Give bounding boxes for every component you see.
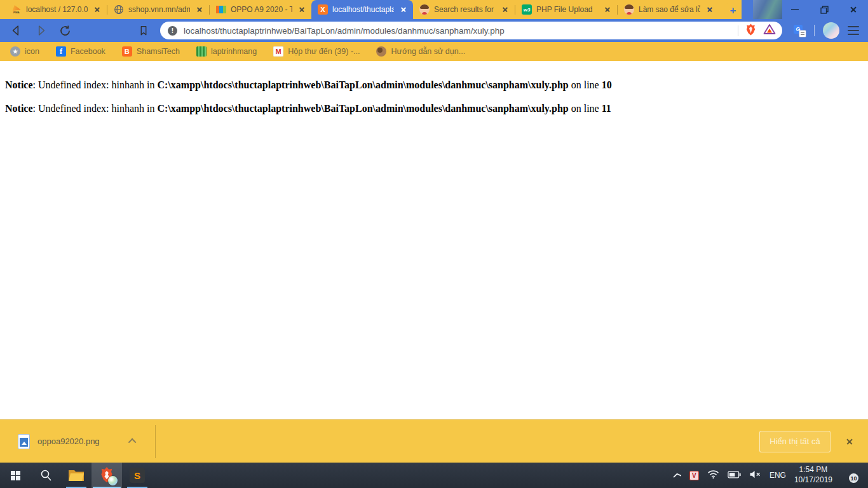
bookmark-icon-site[interactable]: ★ icon (10, 46, 39, 57)
globe-icon (114, 4, 124, 15)
image-file-icon (18, 434, 30, 449)
vmware-tray-icon[interactable]: V (689, 471, 699, 480)
tab-title: sshop.vnn.mn/admin (128, 5, 190, 14)
reload-button[interactable] (57, 23, 72, 38)
urlbar-divider (738, 25, 738, 36)
star-icon: ★ (10, 46, 20, 57)
window-minimize-button[interactable] (780, 0, 810, 19)
blogger-icon: B (122, 46, 132, 57)
tab-phpmyadmin[interactable]: PMA localhost / 127.0.0.1 (5, 0, 107, 19)
avatar-face-icon (419, 4, 430, 15)
taskbar-sublime-text[interactable]: S (122, 463, 153, 488)
browser-tab-strip: PMA localhost / 127.0.0.1 sshop.vnn.mn/a… (0, 0, 868, 19)
tab-close-icon[interactable] (92, 5, 102, 15)
bookmark-laptrinhmang[interactable]: laptrinhmang (196, 46, 257, 57)
window-restore-button[interactable] (810, 0, 839, 19)
bookmark-huong-dan[interactable]: Hướng dẫn sử dụn... (376, 46, 465, 57)
bookmark-label: icon (25, 47, 39, 56)
tab-title: PHP File Upload (536, 5, 598, 14)
new-tab-button[interactable]: + (724, 3, 742, 17)
tab-localhost-xuly-active[interactable]: X localhost/thuctaplap (311, 0, 413, 19)
facebook-icon: f (56, 46, 66, 57)
tray-chevron-up-icon[interactable] (673, 470, 681, 481)
xampp-icon: X (318, 4, 328, 15)
windows-logo-icon (11, 471, 20, 480)
window-close-button[interactable] (839, 0, 868, 19)
bookmark-gmail-inbox[interactable]: M Hộp thư đến (39) -... (273, 46, 360, 57)
taskbar-brave-browser[interactable] (92, 463, 122, 488)
taskbar-file-explorer[interactable] (61, 463, 92, 488)
avatar-face-icon (624, 4, 634, 15)
volume-muted-icon[interactable] (749, 470, 761, 482)
tab-lam-sao-sua-loi[interactable]: Làm sao để sửa lỗi k (618, 0, 719, 19)
clock-time: 1:54 PM (794, 465, 832, 475)
system-tray: V ENG 1:54 PM 10/17/2019 10 (673, 463, 868, 488)
brave-shield-icon[interactable] (745, 23, 757, 39)
language-indicator[interactable]: ENG (770, 471, 786, 480)
page-content: Notice: Undefined index: hinhanh in C:\x… (0, 61, 868, 419)
gmail-icon: M (273, 46, 283, 57)
laptrinhmang-icon (196, 46, 207, 57)
php-notice-line-11: Notice: Undefined index: hinhanh in C:\x… (5, 103, 868, 114)
google-translate-extension-icon[interactable]: G (794, 25, 806, 37)
desktop: PMA localhost / 127.0.0.1 sshop.vnn.mn/a… (0, 0, 868, 488)
bookmark-icon[interactable] (136, 23, 151, 38)
action-center-button[interactable]: 10 (841, 470, 853, 480)
tab-sshop-admin[interactable]: sshop.vnn.mn/admin (107, 0, 209, 19)
browser-toolbar: ! localhost/thuctaplaptrinhweb/BaiTapLon… (0, 19, 868, 42)
theme-texture (753, 0, 782, 19)
taskbar-clock[interactable]: 1:54 PM 10/17/2019 (794, 465, 832, 485)
tab-close-icon[interactable] (194, 5, 204, 15)
bookmark-shamsitech[interactable]: B ShamsiTech (122, 46, 180, 57)
notification-count-badge: 10 (849, 473, 858, 483)
phpmyadmin-icon: PMA (11, 4, 22, 15)
address-bar[interactable]: ! localhost/thuctaplaptrinhweb/BaiTapLon… (160, 22, 782, 39)
dog-avatar-icon (376, 46, 386, 57)
tab-close-icon[interactable] (602, 5, 612, 15)
php-notice-line-10: Notice: Undefined index: hinhanh in C:\x… (5, 79, 868, 91)
folder-icon (68, 468, 85, 482)
back-button[interactable] (9, 23, 24, 38)
taskbar-search-button[interactable] (31, 463, 61, 488)
tab-close-icon[interactable] (398, 5, 408, 15)
fpt-shop-icon (216, 4, 226, 15)
search-icon (39, 469, 52, 482)
bookmark-label: Hướng dẫn sử dụn... (391, 47, 465, 56)
toolbar-right-cluster: G (791, 22, 862, 39)
download-bar-divider (155, 425, 156, 458)
download-filename[interactable]: oppoa92020.png (37, 437, 100, 446)
bat-rewards-icon[interactable] (763, 24, 776, 37)
tab-php-file-upload[interactable]: w3 PHP File Upload (515, 0, 617, 19)
tab-title: Làm sao để sửa lỗi k (639, 5, 700, 14)
tab-search-results[interactable]: Search results for 'up (413, 0, 515, 19)
bookmark-facebook[interactable]: f Facebook (56, 46, 105, 57)
tab-close-icon[interactable] (705, 5, 714, 15)
wifi-icon[interactable] (707, 470, 719, 482)
url-text[interactable]: localhost/thuctaplaptrinhweb/BaiTapLon/a… (184, 26, 731, 36)
battery-icon[interactable] (728, 470, 741, 481)
download-bar-close-icon[interactable] (844, 437, 854, 446)
tab-title: localhost/thuctaplap (332, 5, 394, 14)
tab-title: localhost / 127.0.0.1 (26, 5, 88, 14)
toolbar-divider (814, 25, 815, 36)
profile-badge-icon (108, 476, 118, 485)
tab-oppo-a9[interactable]: OPPO A9 2020 - Tặn (210, 0, 311, 19)
tab-title: Search results for 'up (434, 5, 496, 14)
show-all-downloads-button[interactable]: Hiển thị tất cả (759, 431, 831, 452)
windows-taskbar: S V ENG 1:54 PM 10/17/2019 (0, 463, 868, 488)
site-info-icon[interactable]: ! (168, 26, 177, 36)
w3schools-icon: w3 (522, 4, 532, 15)
tab-title: OPPO A9 2020 - Tặn (231, 5, 292, 14)
menu-icon[interactable] (848, 26, 859, 35)
tab-close-icon[interactable] (297, 5, 306, 15)
bookmark-label: ShamsiTech (137, 47, 180, 56)
forward-button[interactable] (33, 23, 48, 38)
start-button[interactable] (0, 463, 31, 488)
clock-date: 10/17/2019 (794, 475, 832, 485)
download-item-caret-icon[interactable] (128, 438, 136, 447)
profile-avatar[interactable] (823, 22, 839, 39)
bookmark-label: Hộp thư đến (39) -... (288, 47, 360, 56)
window-frame (742, 0, 868, 19)
tab-close-icon[interactable] (500, 5, 510, 15)
bookmarks-bar: ★ icon f Facebook B ShamsiTech laptrinhm… (0, 42, 868, 61)
